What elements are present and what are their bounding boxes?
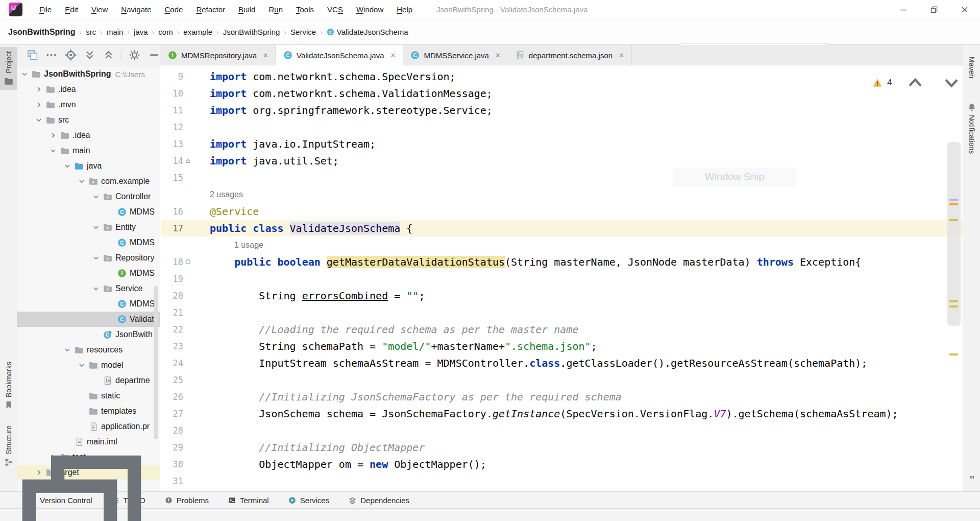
chevron-right-icon[interactable] (35, 85, 43, 93)
chevron-down-icon[interactable] (49, 147, 57, 155)
project-tree[interactable]: JsonBwithSpringC:\Users.idea.mvnsrc.idea… (17, 65, 160, 491)
chevron-down-icon[interactable] (63, 162, 71, 170)
tree-item-idea[interactable]: .idea (17, 128, 160, 143)
stripe-project[interactable]: Project (0, 47, 17, 90)
tab-mdmsrepository-java[interactable]: IMDMSRepository.java✕ (161, 45, 276, 65)
tree-item-idea[interactable]: .idea (17, 82, 160, 97)
inspection-widget[interactable]: 4 (873, 72, 963, 94)
tree-item-mdms[interactable]: CMDMS (17, 235, 160, 250)
tree-item-departme[interactable]: {vdepartme (17, 373, 160, 388)
menu-view[interactable]: View (86, 2, 113, 17)
menu-vcs[interactable]: VCS (322, 2, 349, 17)
tree-item-mvn[interactable]: .mvn (17, 97, 160, 112)
breadcrumb-item-service[interactable]: Service (289, 28, 317, 36)
locate-button[interactable] (65, 49, 77, 61)
tree-item-jsonbwith[interactable]: CJsonBwith (17, 327, 160, 342)
opened-button[interactable] (27, 49, 38, 61)
usage-inlay-hint[interactable]: 1 usage (161, 236, 963, 253)
code-editor[interactable]: 9import com.networknt.schema.SpecVersion… (161, 65, 963, 491)
chevron-down-icon[interactable] (92, 285, 100, 293)
chevron-down-icon[interactable] (78, 177, 86, 185)
tree-item-entity[interactable]: Entity (17, 220, 160, 235)
error-stripe-mark[interactable] (949, 305, 958, 307)
menu-edit[interactable]: Edit (59, 2, 84, 17)
tab-department-schema-json[interactable]: {vdepartment.schema.json✕ (508, 45, 632, 65)
breadcrumb-item-jsonbwithspring[interactable]: JsonBwithSpring (7, 28, 77, 37)
tree-item-java[interactable]: java (17, 158, 160, 174)
lock-icon[interactable] (820, 509, 973, 521)
hide-button[interactable] (148, 49, 160, 61)
tree-item-static[interactable]: static (17, 388, 160, 404)
menu-tools[interactable]: Tools (290, 2, 320, 17)
menu-file[interactable]: File (34, 2, 57, 17)
restore-button[interactable] (919, 0, 949, 19)
chevron-down-icon[interactable] (92, 193, 100, 201)
menu-help[interactable]: Help (391, 2, 418, 17)
error-stripe-mark[interactable] (949, 353, 958, 356)
tab-close-icon[interactable]: ✕ (263, 52, 268, 59)
gutter-ring-icon[interactable] (183, 258, 192, 266)
tab-close-icon[interactable]: ✕ (619, 52, 624, 59)
expandAll-button[interactable] (84, 49, 95, 61)
minimize-button[interactable] (888, 0, 919, 19)
tab-close-icon[interactable]: ✕ (495, 52, 501, 59)
error-stripe-mark[interactable] (949, 219, 958, 221)
menu-run[interactable]: Run (263, 2, 288, 17)
tab-validatejsonschema-java[interactable]: CValidateJsonSchema.java✕ (276, 45, 403, 65)
breadcrumb-item-com[interactable]: com (157, 28, 174, 36)
tree-item-service[interactable]: Service (17, 281, 160, 296)
next-warning-button[interactable] (940, 72, 963, 94)
chevron-down-icon[interactable] (35, 116, 43, 124)
menu-navigate[interactable]: Navigate (115, 2, 157, 17)
tree-item-mdms[interactable]: CMDMS (17, 204, 160, 220)
stripe-m[interactable]: m (963, 470, 980, 484)
breadcrumb-item-example[interactable]: example (182, 28, 213, 36)
tree-item-src[interactable]: src (17, 112, 160, 128)
toolwindow-switcher-button[interactable] (5, 438, 158, 521)
chevron-down-icon[interactable] (63, 346, 71, 354)
chevron-right-icon[interactable] (35, 101, 43, 109)
breadcrumb-item-main[interactable]: main (106, 28, 125, 36)
chevron-down-icon[interactable] (78, 361, 86, 369)
chevron-down-icon[interactable] (92, 254, 100, 262)
usage-inlay-hint[interactable]: 2 usages (161, 186, 963, 203)
chevron-down-icon[interactable] (20, 70, 29, 78)
stripe-bookmarks[interactable]: Bookmarks (0, 358, 17, 414)
prev-warning-button[interactable] (904, 72, 926, 94)
tab-close-icon[interactable]: ✕ (390, 52, 396, 59)
toolwindow-problems[interactable]: Problems (165, 496, 209, 505)
breadcrumb-item-jsonbwithspring[interactable]: JsonBwithSpring (222, 28, 281, 36)
error-stripe-mark[interactable] (949, 199, 958, 201)
tree-item-controller[interactable]: Controller (17, 189, 160, 204)
toolwindow-services[interactable]: Services (288, 496, 330, 505)
gear-button[interactable] (129, 49, 140, 61)
menu-code[interactable]: Code (159, 2, 189, 17)
tree-item-application-pr[interactable]: application.pr (17, 419, 160, 434)
error-stripe-mark[interactable] (949, 203, 958, 205)
gutter-fold-icon[interactable] (183, 157, 192, 164)
more-button[interactable] (45, 49, 57, 61)
breadcrumb-item-java[interactable]: java (133, 28, 149, 36)
editor-scrollbar[interactable] (947, 142, 961, 326)
breadcrumb-item-validatejsonschema[interactable]: CValidateJsonSchema (326, 28, 409, 36)
tree-item-mdms[interactable]: CMDMS (17, 296, 160, 312)
tree-item-jsonbwithspring[interactable]: JsonBwithSpringC:\Users (17, 66, 160, 82)
tree-item-com-example[interactable]: com.example (17, 174, 160, 189)
toolwindow-terminal[interactable]: Terminal (228, 496, 269, 505)
close-button[interactable] (949, 0, 980, 19)
tab-mdmsservice-java[interactable]: CMDMSService.java✕ (403, 45, 508, 65)
tree-scrollbar[interactable] (154, 286, 158, 439)
chevron-right-icon[interactable] (49, 131, 57, 139)
tree-item-model[interactable]: model (17, 358, 160, 373)
tree-item-mdms[interactable]: IMDMS (17, 266, 160, 281)
menu-build[interactable]: Build (233, 2, 261, 17)
stripe-notifications[interactable]: Notifications (963, 100, 980, 157)
stripe-maven[interactable]: Maven (963, 54, 980, 81)
tree-item-repository[interactable]: Repository (17, 250, 160, 266)
tree-item-main[interactable]: main (17, 143, 160, 158)
tree-item-resources[interactable]: resources (17, 342, 160, 358)
tree-item-validat[interactable]: CValidat (17, 312, 160, 327)
error-stripe-mark[interactable] (949, 300, 958, 302)
menu-window[interactable]: Window (351, 2, 389, 17)
toolwindow-dependencies[interactable]: Dependencies (349, 496, 409, 505)
